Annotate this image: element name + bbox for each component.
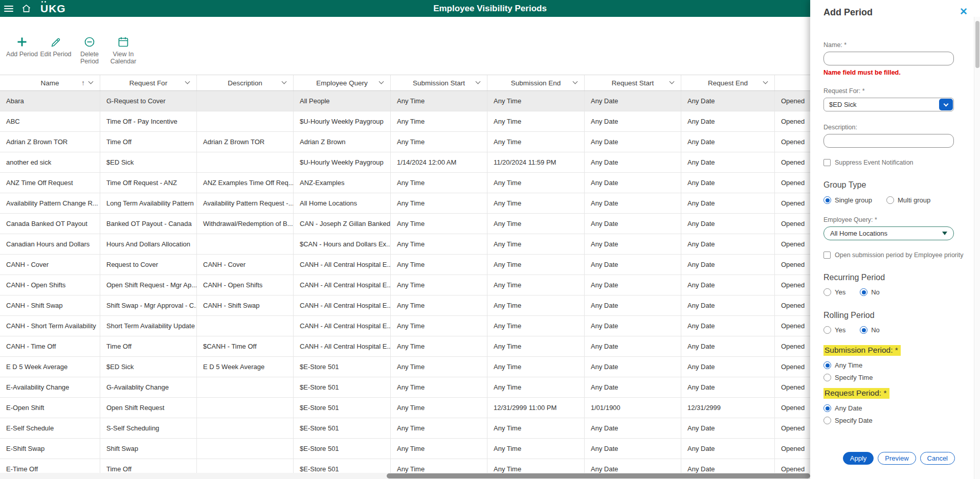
table-cell: Any Time [487,295,585,315]
table-cell: Any Date [585,336,681,356]
radio-rolling-yes[interactable]: Yes [823,326,845,334]
employee-query-dropdown[interactable]: All Home Locations [823,226,954,240]
column-header[interactable]: Request For [100,75,197,90]
chevron-down-icon[interactable] [476,79,481,84]
preview-button[interactable]: Preview [878,452,916,465]
circle-minus-icon [83,34,96,48]
radio-single-group[interactable]: Single group [823,196,872,204]
horizontal-scrollbar-thumb[interactable] [387,473,810,478]
column-header[interactable]: Request End [681,75,775,90]
table-cell: CANH - All Central Hospital E... [294,295,391,315]
chevron-down-icon[interactable] [670,79,675,84]
table-cell: Any Time [487,234,585,254]
add-period-button[interactable]: Add Period [5,34,39,65]
table-cell: Any Time [487,91,585,111]
dropdown-button-icon[interactable] [939,99,953,110]
vertical-scrollbar-thumb[interactable] [975,21,979,68]
table-cell: Any Date [585,193,681,213]
radio-selected-icon [860,288,867,296]
table-cell [197,439,294,459]
table-cell: ANZ-Examples [294,173,391,193]
radio-specify-date[interactable]: Specify Date [823,417,960,424]
vertical-scrollbar[interactable] [974,17,980,479]
radio-recurring-yes[interactable]: Yes [823,288,845,296]
table-cell: Any Date [585,439,681,459]
checkbox-icon[interactable] [823,159,831,166]
radio-specify-time[interactable]: Specify Time [823,374,960,381]
chevron-down-icon[interactable] [185,79,190,84]
chevron-down-icon[interactable] [379,79,384,84]
tool-label: Edit Period [40,51,71,58]
table-cell: Any Time [391,336,487,356]
view-in-calendar-button[interactable]: View In Calendar [106,34,140,65]
column-header[interactable]: Name↑ [0,75,100,90]
table-cell: Any Time [487,255,585,275]
table-cell [197,91,294,111]
radio-icon [823,374,831,381]
column-header[interactable]: Request Start [585,75,681,90]
checkbox-icon[interactable] [823,252,831,259]
table-cell [197,234,294,254]
horizontal-scrollbar[interactable] [0,473,810,479]
radio-recurring-no[interactable]: No [860,288,880,296]
table-cell: Any Date [681,316,775,336]
table-cell: Hours And Dollars Allocation [100,234,197,254]
column-header[interactable]: Employee Query [294,75,391,90]
close-icon[interactable]: ✕ [960,7,968,16]
home-icon[interactable] [21,4,31,13]
cancel-button[interactable]: Cancel [920,452,955,465]
column-header[interactable]: Submission End [487,75,585,90]
chevron-down-icon[interactable] [88,79,94,84]
table-cell: $E-Store 501 [294,398,391,418]
chevron-down-icon[interactable] [282,79,287,84]
table-cell: Time Off [100,132,197,152]
ukg-logo[interactable]: UKG [40,3,66,15]
column-header[interactable]: Description [197,75,294,90]
chevron-down-icon[interactable] [573,79,578,84]
column-header[interactable]: Submission Start [391,75,487,90]
pencil-icon [50,34,61,48]
request-for-dropdown[interactable]: $ED Sick [823,98,954,111]
table-cell: Open Shift Request - Mgr Ap... [100,275,197,295]
name-label: Name: * [823,41,960,49]
table-cell: E-Open Shift [0,398,100,418]
hamburger-menu-icon[interactable] [4,6,13,12]
table-cell: Availability Pattern Request -... [197,193,294,213]
sort-ascending-icon[interactable]: ↑ [81,79,85,87]
table-cell [197,398,294,418]
table-cell: Any Date [681,336,775,356]
table-cell: Any Time [487,357,585,377]
table-cell: Any Date [585,214,681,234]
table-cell: CANH - Short Term Availability [0,316,100,336]
radio-multi-group[interactable]: Multi group [886,196,930,204]
open-submission-checkbox-row[interactable]: Open submission period by Employee prior… [823,252,960,259]
radio-rolling-no[interactable]: No [860,326,880,334]
column-header-label: Request For [129,79,167,87]
table-cell: 1/14/2024 12:00 AM [391,152,487,172]
column-header-label: Name [40,79,59,87]
radio-any-date[interactable]: Any Date [823,404,960,412]
table-cell: Any Date [585,91,681,111]
table-cell: Time Off [100,336,197,356]
rolling-period-heading: Rolling Period [823,311,960,320]
request-period-heading: Request Period: * [823,388,889,399]
radio-label: Yes [835,288,845,296]
name-input[interactable] [823,52,954,65]
suppress-event-checkbox-row[interactable]: Suppress Event Notification [823,159,960,166]
chevron-down-icon[interactable] [763,79,768,84]
delete-period-button[interactable]: Delete Period [73,34,106,65]
radio-label: Single group [835,196,872,204]
description-input[interactable] [823,134,954,148]
edit-period-button[interactable]: Edit Period [39,34,73,65]
table-cell: Any Date [681,275,775,295]
radio-label: No [871,288,880,296]
table-cell: Time Off - Pay Incentive [100,111,197,131]
table-cell: Canada Banked OT Payout [0,214,100,234]
table-cell: G-Availablity Change [100,377,197,397]
radio-any-time[interactable]: Any Time [823,361,960,369]
radio-label: Yes [835,326,845,334]
table-cell: CANH - Cover [197,255,294,275]
column-header-label: Employee Query [316,79,368,87]
table-cell: Any Time [391,316,487,336]
apply-button[interactable]: Apply [843,452,874,465]
